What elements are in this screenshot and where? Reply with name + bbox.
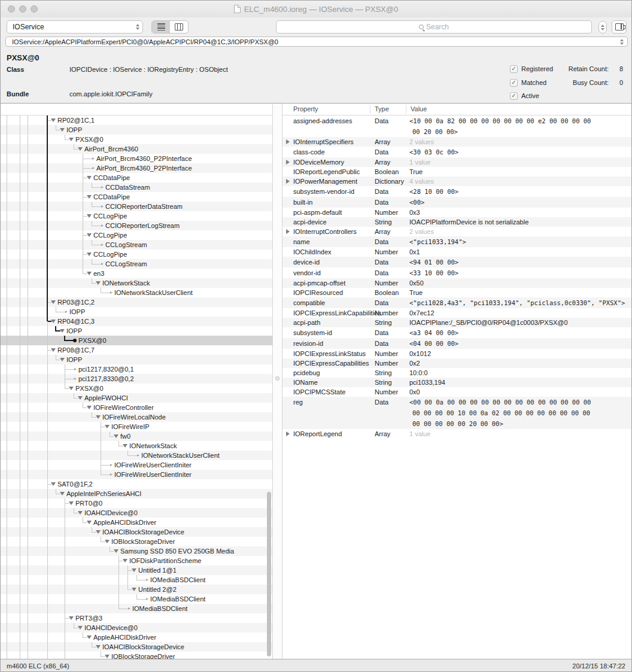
disclosure-triangle[interactable]: [286, 431, 290, 436]
disclosure-triangle[interactable]: [78, 626, 83, 630]
disclosure-triangle[interactable]: [51, 118, 56, 122]
disclosure-triangle[interactable]: [123, 444, 127, 448]
outline-view-button[interactable]: [152, 21, 170, 33]
property-row[interactable]: built-inData<00>: [282, 197, 632, 208]
tree-node[interactable]: Untitled 1@1: [1, 565, 273, 575]
disclosure-triangle[interactable]: [51, 482, 56, 486]
tree-node[interactable]: IONetworkStack: [1, 278, 273, 288]
disclosure-triangle[interactable]: [60, 329, 65, 333]
tree-node[interactable]: CCIOReporterLogStream: [1, 221, 273, 230]
property-row[interactable]: IOPowerManagementDictionary4 values: [282, 177, 632, 186]
path-stepper-icon[interactable]: [620, 38, 624, 45]
property-row[interactable]: IOReportLegendArray1 value: [282, 429, 632, 439]
tree-node[interactable]: PRT0@0: [1, 498, 273, 508]
disclosure-triangle[interactable]: [87, 521, 92, 524]
tree-node[interactable]: PXSX@0: [1, 135, 273, 144]
disclosure-triangle[interactable]: [51, 320, 56, 323]
tree-node[interactable]: IOAHCIBlockStorageDevice: [1, 527, 273, 537]
disclosure-triangle[interactable]: [132, 588, 136, 591]
tree-node[interactable]: IOFireWireLocalNode: [1, 412, 273, 422]
disclosure-triangle[interactable]: [78, 511, 83, 515]
disclosure-triangle[interactable]: [69, 387, 74, 390]
tree-node[interactable]: IOAHCIBlockStorageDevice: [1, 642, 273, 652]
tree-scrollbar-thumb[interactable]: [267, 492, 271, 656]
property-row[interactable]: IOPCIExpressLinkStatusNumber0x1012: [282, 349, 632, 358]
tree-node[interactable]: en3: [1, 269, 273, 278]
tree-node[interactable]: PXSX@0: [1, 384, 273, 393]
property-row[interactable]: IOChildIndexNumber0x1: [282, 247, 632, 257]
disclosure-triangle[interactable]: [87, 406, 92, 409]
split-divider[interactable]: [274, 104, 282, 659]
property-row[interactable]: acpi-deviceStringIOACPIPlatformDevice is…: [282, 217, 632, 227]
tree-node[interactable]: IOAHCIDevice@0: [1, 508, 273, 518]
tree-node[interactable]: AppleAHCIDiskDriver: [1, 633, 273, 642]
tree-node[interactable]: IOFDiskPartitionScheme: [1, 556, 273, 565]
search-history-stepper[interactable]: [598, 21, 607, 34]
registered-checkbox[interactable]: ✓: [510, 65, 518, 73]
tree-node[interactable]: IONetworkStackUserClient: [1, 451, 273, 460]
disclosure-triangle[interactable]: [60, 492, 65, 495]
disclosure-triangle[interactable]: [78, 147, 83, 151]
tree-node[interactable]: IOFireWireController: [1, 403, 273, 412]
tree-node[interactable]: IONetworkStackUserClient: [1, 288, 273, 297]
tree-node[interactable]: IOMediaBSDClient: [1, 604, 273, 613]
tree-node[interactable]: AppleAHCIDiskDriver: [1, 518, 273, 527]
disclosure-triangle[interactable]: [87, 635, 92, 639]
disclosure-triangle[interactable]: [105, 540, 110, 543]
tree-node[interactable]: PRT3@3: [1, 613, 273, 623]
property-row[interactable]: vendor-idData<33 10 00 00>: [282, 267, 632, 278]
tree-node[interactable]: RP03@1C,2: [1, 297, 273, 307]
property-row[interactable]: nameData<"pci1033,194">: [282, 236, 632, 247]
disclosure-triangle[interactable]: [87, 253, 92, 256]
column-view-button[interactable]: [170, 21, 188, 33]
property-row[interactable]: IOInterruptControllersArray2 values: [282, 227, 632, 236]
disclosure-triangle[interactable]: [114, 434, 118, 438]
disclosure-triangle[interactable]: [78, 396, 83, 400]
column-separator[interactable]: [370, 105, 370, 114]
property-row[interactable]: IOPCIExpressCapabilitiesNumber0x2: [282, 358, 632, 368]
property-row[interactable]: regData<00 00 0a 00 00 00 00 00 00 00 00…: [282, 397, 632, 429]
tree-node[interactable]: CCLogStream: [1, 240, 273, 250]
tree-node[interactable]: IOAHCIDevice@0: [1, 623, 273, 633]
disclosure-triangle[interactable]: [96, 415, 101, 419]
tree-node[interactable]: CCDataPipe: [1, 192, 273, 202]
column-separator[interactable]: [406, 105, 406, 114]
search-input[interactable]: Search: [276, 20, 592, 34]
disclosure-triangle[interactable]: [114, 549, 118, 553]
property-row[interactable]: pcidebugString10:0:0: [282, 368, 632, 378]
tree-node[interactable]: IOPP: [1, 125, 273, 135]
path-bar[interactable]: IOService:/AppleACPIPlatformExpert/PCI0@…: [5, 37, 628, 47]
tree-node[interactable]: AppleIntelPchSeriesAHCI: [1, 489, 273, 498]
disclosure-triangle[interactable]: [96, 645, 101, 649]
disclosure-triangle[interactable]: [69, 501, 74, 505]
plane-popup-button[interactable]: IOService: [7, 20, 143, 34]
disclosure-triangle[interactable]: [286, 160, 290, 165]
tree-node[interactable]: CCIOReporterDataStream: [1, 202, 273, 211]
disclosure-triangle[interactable]: [87, 233, 92, 237]
tree-node[interactable]: IOFireWireIP: [1, 422, 273, 431]
tree-node[interactable]: AirPort_Brcm4360_P2PInterface: [1, 154, 273, 163]
tree-node[interactable]: AirPort_Brcm4360_P2PInterface: [1, 163, 273, 173]
tree-node[interactable]: fw0: [1, 431, 273, 441]
disclosure-triangle[interactable]: [87, 195, 92, 199]
column-header-property[interactable]: Property: [293, 105, 318, 112]
property-row[interactable]: subsystem-idData<a3 04 00 00>: [282, 327, 632, 338]
disclosure-triangle[interactable]: [87, 272, 92, 275]
tree-node[interactable]: CCLogPipe: [1, 211, 273, 221]
property-row[interactable]: revision-idData<04 00 00 00>: [282, 338, 632, 349]
property-row[interactable]: assigned-addressesData<10 00 0a 82 00 00…: [282, 115, 632, 137]
disclosure-triangle[interactable]: [96, 281, 101, 285]
tree-node[interactable]: RP08@1C,7: [1, 345, 273, 355]
tree-node-selected[interactable]: PXSX@0: [1, 336, 273, 345]
tree-node[interactable]: IOPP: [1, 326, 273, 336]
tree-node[interactable]: AppleFWOHCI: [1, 393, 273, 403]
disclosure-triangle[interactable]: [60, 358, 65, 361]
property-row[interactable]: device-idData<94 01 00 00>: [282, 257, 632, 267]
tree-node[interactable]: RP04@1C,3: [1, 317, 273, 326]
matched-checkbox[interactable]: ✓: [510, 79, 518, 87]
property-row[interactable]: IONameStringpci1033,194: [282, 378, 632, 387]
tree-node[interactable]: IOMediaBSDClient: [1, 594, 273, 604]
tree-node[interactable]: CCLogPipe: [1, 250, 273, 259]
disclosure-triangle[interactable]: [105, 425, 110, 428]
tree-node[interactable]: pci1217,8320@0,1: [1, 364, 273, 374]
